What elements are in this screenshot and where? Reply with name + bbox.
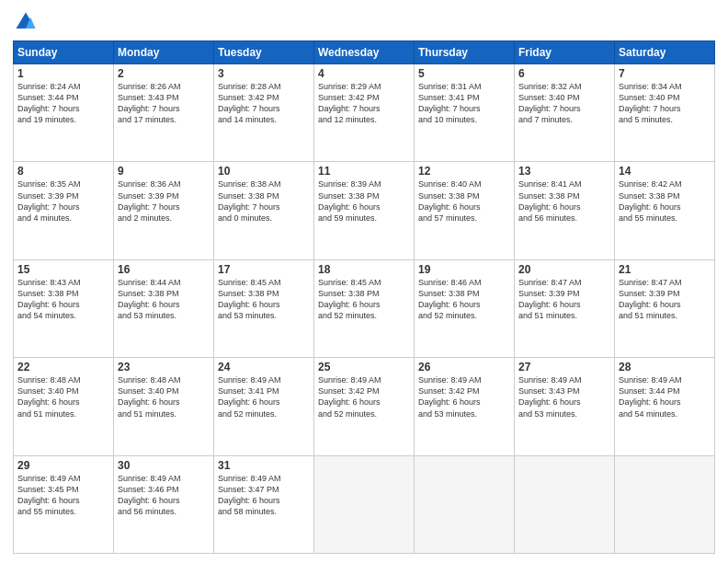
day-number: 26 — [418, 361, 510, 373]
day-info: Sunrise: 8:46 AM Sunset: 3:38 PM Dayligh… — [418, 277, 510, 322]
day-info: Sunrise: 8:49 AM Sunset: 3:45 PM Dayligh… — [17, 473, 109, 518]
day-cell: 5Sunrise: 8:31 AM Sunset: 3:41 PM Daylig… — [415, 64, 515, 162]
week-row-3: 15Sunrise: 8:43 AM Sunset: 3:38 PM Dayli… — [14, 259, 715, 357]
week-row-4: 22Sunrise: 8:48 AM Sunset: 3:40 PM Dayli… — [14, 358, 715, 455]
day-cell — [615, 455, 715, 553]
day-number: 22 — [17, 361, 109, 373]
calendar-table: SundayMondayTuesdayWednesdayThursdayFrid… — [13, 40, 715, 554]
day-info: Sunrise: 8:26 AM Sunset: 3:43 PM Dayligh… — [118, 81, 210, 126]
day-number: 5 — [418, 67, 510, 80]
day-cell: 20Sunrise: 8:47 AM Sunset: 3:39 PM Dayli… — [515, 259, 615, 357]
day-cell: 31Sunrise: 8:49 AM Sunset: 3:47 PM Dayli… — [214, 455, 314, 553]
day-info: Sunrise: 8:32 AM Sunset: 3:40 PM Dayligh… — [518, 81, 610, 126]
day-number: 28 — [619, 361, 711, 373]
day-number: 24 — [218, 361, 310, 373]
day-number: 10 — [218, 165, 310, 178]
day-info: Sunrise: 8:47 AM Sunset: 3:39 PM Dayligh… — [518, 277, 610, 322]
weekday-wednesday: Wednesday — [314, 41, 415, 64]
day-cell: 1Sunrise: 8:24 AM Sunset: 3:44 PM Daylig… — [14, 64, 114, 162]
day-info: Sunrise: 8:43 AM Sunset: 3:38 PM Dayligh… — [17, 277, 109, 322]
day-cell: 12Sunrise: 8:40 AM Sunset: 3:38 PM Dayli… — [415, 162, 515, 259]
page: SundayMondayTuesdayWednesdayThursdayFrid… — [0, 0, 728, 563]
day-number: 16 — [118, 263, 210, 276]
day-cell: 28Sunrise: 8:49 AM Sunset: 3:44 PM Dayli… — [615, 358, 715, 455]
day-info: Sunrise: 8:49 AM Sunset: 3:42 PM Dayligh… — [418, 374, 510, 419]
week-row-2: 8Sunrise: 8:35 AM Sunset: 3:39 PM Daylig… — [14, 162, 715, 259]
day-number: 29 — [17, 459, 109, 472]
day-info: Sunrise: 8:42 AM Sunset: 3:38 PM Dayligh… — [619, 178, 711, 224]
day-number: 15 — [17, 263, 109, 276]
weekday-thursday: Thursday — [415, 41, 515, 64]
day-cell: 26Sunrise: 8:49 AM Sunset: 3:42 PM Dayli… — [415, 358, 515, 455]
day-info: Sunrise: 8:36 AM Sunset: 3:39 PM Dayligh… — [118, 178, 210, 224]
logo — [13, 9, 42, 35]
day-cell: 6Sunrise: 8:32 AM Sunset: 3:40 PM Daylig… — [515, 64, 615, 162]
weekday-sunday: Sunday — [14, 41, 114, 64]
day-number: 9 — [118, 165, 210, 178]
week-row-5: 29Sunrise: 8:49 AM Sunset: 3:45 PM Dayli… — [14, 455, 715, 553]
day-number: 14 — [619, 165, 711, 178]
day-cell: 10Sunrise: 8:38 AM Sunset: 3:38 PM Dayli… — [214, 162, 314, 259]
day-cell — [314, 455, 415, 553]
day-number: 17 — [218, 263, 310, 276]
day-cell: 22Sunrise: 8:48 AM Sunset: 3:40 PM Dayli… — [14, 358, 114, 455]
day-cell: 11Sunrise: 8:39 AM Sunset: 3:38 PM Dayli… — [314, 162, 415, 259]
day-number: 8 — [17, 165, 109, 178]
day-number: 27 — [518, 361, 610, 373]
day-cell: 19Sunrise: 8:46 AM Sunset: 3:38 PM Dayli… — [415, 259, 515, 357]
day-info: Sunrise: 8:49 AM Sunset: 3:44 PM Dayligh… — [619, 374, 711, 419]
day-number: 30 — [118, 459, 210, 472]
day-info: Sunrise: 8:45 AM Sunset: 3:38 PM Dayligh… — [218, 277, 310, 322]
day-cell: 30Sunrise: 8:49 AM Sunset: 3:46 PM Dayli… — [114, 455, 214, 553]
day-cell: 13Sunrise: 8:41 AM Sunset: 3:38 PM Dayli… — [515, 162, 615, 259]
weekday-header-row: SundayMondayTuesdayWednesdayThursdayFrid… — [14, 41, 715, 64]
day-info: Sunrise: 8:48 AM Sunset: 3:40 PM Dayligh… — [17, 374, 109, 419]
day-number: 2 — [118, 67, 210, 80]
day-info: Sunrise: 8:49 AM Sunset: 3:41 PM Dayligh… — [218, 374, 310, 419]
day-cell: 23Sunrise: 8:48 AM Sunset: 3:40 PM Dayli… — [114, 358, 214, 455]
day-number: 31 — [218, 459, 310, 472]
day-number: 23 — [118, 361, 210, 373]
day-info: Sunrise: 8:44 AM Sunset: 3:38 PM Dayligh… — [118, 277, 210, 322]
day-cell: 16Sunrise: 8:44 AM Sunset: 3:38 PM Dayli… — [114, 259, 214, 357]
day-info: Sunrise: 8:41 AM Sunset: 3:38 PM Dayligh… — [518, 178, 610, 224]
weekday-friday: Friday — [515, 41, 615, 64]
day-number: 4 — [318, 67, 410, 80]
day-info: Sunrise: 8:28 AM Sunset: 3:42 PM Dayligh… — [218, 81, 310, 126]
day-info: Sunrise: 8:40 AM Sunset: 3:38 PM Dayligh… — [418, 178, 510, 224]
day-cell: 14Sunrise: 8:42 AM Sunset: 3:38 PM Dayli… — [615, 162, 715, 259]
day-cell: 29Sunrise: 8:49 AM Sunset: 3:45 PM Dayli… — [14, 455, 114, 553]
day-cell: 2Sunrise: 8:26 AM Sunset: 3:43 PM Daylig… — [114, 64, 214, 162]
day-info: Sunrise: 8:45 AM Sunset: 3:38 PM Dayligh… — [318, 277, 410, 322]
day-cell: 15Sunrise: 8:43 AM Sunset: 3:38 PM Dayli… — [14, 259, 114, 357]
day-number: 25 — [318, 361, 410, 373]
day-cell — [515, 455, 615, 553]
day-cell: 25Sunrise: 8:49 AM Sunset: 3:42 PM Dayli… — [314, 358, 415, 455]
week-row-1: 1Sunrise: 8:24 AM Sunset: 3:44 PM Daylig… — [14, 64, 715, 162]
day-info: Sunrise: 8:29 AM Sunset: 3:42 PM Dayligh… — [318, 81, 410, 126]
weekday-saturday: Saturday — [615, 41, 715, 64]
day-info: Sunrise: 8:49 AM Sunset: 3:46 PM Dayligh… — [118, 473, 210, 518]
day-cell: 27Sunrise: 8:49 AM Sunset: 3:43 PM Dayli… — [515, 358, 615, 455]
day-info: Sunrise: 8:34 AM Sunset: 3:40 PM Dayligh… — [619, 81, 711, 126]
day-number: 11 — [318, 165, 410, 178]
day-number: 7 — [619, 67, 711, 80]
day-cell: 7Sunrise: 8:34 AM Sunset: 3:40 PM Daylig… — [615, 64, 715, 162]
day-info: Sunrise: 8:35 AM Sunset: 3:39 PM Dayligh… — [17, 178, 109, 224]
day-cell — [415, 455, 515, 553]
day-info: Sunrise: 8:48 AM Sunset: 3:40 PM Dayligh… — [118, 374, 210, 419]
day-number: 18 — [318, 263, 410, 276]
weekday-tuesday: Tuesday — [214, 41, 314, 64]
day-cell: 17Sunrise: 8:45 AM Sunset: 3:38 PM Dayli… — [214, 259, 314, 357]
weekday-monday: Monday — [114, 41, 214, 64]
day-number: 12 — [418, 165, 510, 178]
day-info: Sunrise: 8:49 AM Sunset: 3:42 PM Dayligh… — [318, 374, 410, 419]
header — [13, 9, 715, 35]
day-info: Sunrise: 8:24 AM Sunset: 3:44 PM Dayligh… — [17, 81, 109, 126]
day-cell: 24Sunrise: 8:49 AM Sunset: 3:41 PM Dayli… — [214, 358, 314, 455]
day-info: Sunrise: 8:49 AM Sunset: 3:43 PM Dayligh… — [518, 374, 610, 419]
day-cell: 3Sunrise: 8:28 AM Sunset: 3:42 PM Daylig… — [214, 64, 314, 162]
day-info: Sunrise: 8:49 AM Sunset: 3:47 PM Dayligh… — [218, 473, 310, 518]
day-number: 20 — [518, 263, 610, 276]
day-number: 1 — [17, 67, 109, 80]
